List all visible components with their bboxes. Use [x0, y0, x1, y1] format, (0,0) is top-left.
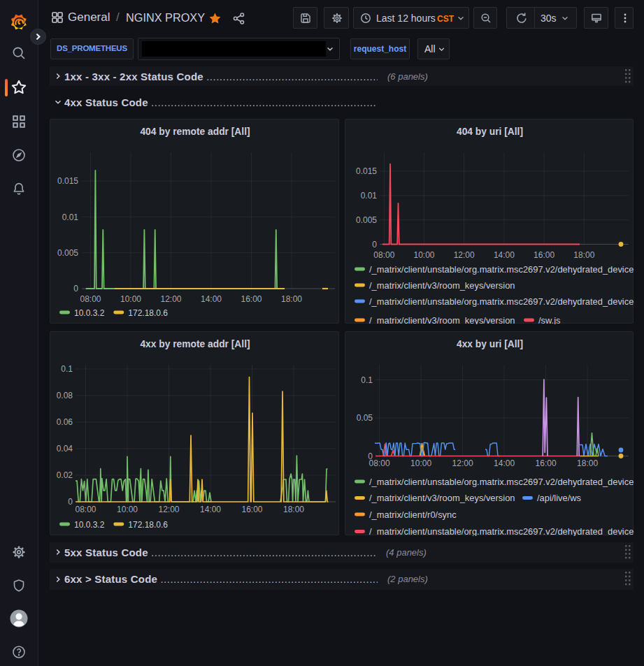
- svg-text:/_matrix/client/unstable/org.m: /_matrix/client/unstable/org.matrix.msc2…: [369, 264, 634, 275]
- svg-text:12:00: 12:00: [158, 505, 179, 514]
- svg-text:0: 0: [68, 497, 73, 507]
- svg-text:0.1: 0.1: [361, 375, 373, 385]
- svg-text:12:00: 12:00: [160, 294, 181, 304]
- svg-text:16:00: 16:00: [536, 458, 557, 468]
- svg-text:/_matrix/client/v3/room_keys/v: /_matrix/client/v3/room_keys/version: [369, 493, 515, 503]
- svg-text:12:00: 12:00: [454, 250, 475, 260]
- svg-text:/_matrix/client/unstable/org.m: /_matrix/client/unstable/org.matrix.msc2…: [369, 477, 634, 487]
- svg-text:14:00: 14:00: [201, 294, 222, 304]
- svg-text:10:00: 10:00: [117, 505, 138, 514]
- svg-text:08:00: 08:00: [75, 505, 96, 514]
- svg-text:404 by remote addr [All]: 404 by remote addr [All]: [140, 126, 250, 137]
- svg-text:/_matrix/client/v3/room_keys/v: /_matrix/client/v3/room_keys/version: [369, 315, 515, 324]
- svg-text:0.06: 0.06: [57, 417, 73, 427]
- svg-text:18:00: 18:00: [281, 294, 302, 304]
- svg-text:0.015: 0.015: [356, 166, 377, 176]
- svg-text:404 by uri [All]: 404 by uri [All]: [457, 126, 523, 137]
- svg-text:16:00: 16:00: [241, 294, 262, 304]
- svg-text:10.0.3.2: 10.0.3.2: [74, 520, 105, 530]
- svg-text:10:00: 10:00: [120, 294, 141, 304]
- svg-text:0.005: 0.005: [356, 215, 377, 225]
- svg-text:/_matrix/client/unstable/org.m: /_matrix/client/unstable/org.matrix.msc2…: [369, 296, 634, 307]
- svg-text:0.08: 0.08: [57, 391, 73, 400]
- svg-text:18:00: 18:00: [577, 458, 598, 468]
- svg-text:12:00: 12:00: [452, 458, 473, 468]
- svg-text:14:00: 14:00: [494, 250, 515, 260]
- svg-text:18:00: 18:00: [283, 505, 304, 514]
- svg-text:172.18.0.6: 172.18.0.6: [128, 520, 168, 530]
- svg-text:0: 0: [372, 240, 377, 249]
- svg-text:0.015: 0.015: [57, 176, 78, 186]
- svg-text:/sw.js: /sw.js: [538, 315, 561, 324]
- svg-text:0.05: 0.05: [357, 413, 373, 423]
- svg-text:4xx by uri [All]: 4xx by uri [All]: [457, 339, 523, 349]
- svg-text:10:00: 10:00: [410, 458, 431, 468]
- svg-text:08:00: 08:00: [369, 458, 390, 468]
- svg-text:0.1: 0.1: [61, 364, 73, 374]
- svg-text:10.0.3.2: 10.0.3.2: [74, 308, 105, 318]
- svg-text:4xx by remote addr [All]: 4xx by remote addr [All]: [140, 339, 250, 349]
- svg-text:0.01: 0.01: [361, 191, 378, 201]
- svg-text:14:00: 14:00: [200, 505, 221, 514]
- svg-text:08:00: 08:00: [373, 250, 394, 260]
- svg-text:172.18.0.6: 172.18.0.6: [128, 308, 168, 318]
- svg-text:16:00: 16:00: [534, 250, 554, 260]
- svg-text:0: 0: [73, 284, 78, 294]
- svg-text:14:00: 14:00: [494, 458, 515, 468]
- svg-text:/_matrix/client/unstable/org.m: /_matrix/client/unstable/org.matrix.msc2…: [369, 526, 634, 536]
- svg-text:0.04: 0.04: [57, 444, 73, 454]
- svg-text:0.01: 0.01: [62, 212, 79, 222]
- svg-text:0.02: 0.02: [57, 470, 73, 480]
- svg-text:/_matrix/client/v3/room_keys/v: /_matrix/client/v3/room_keys/version: [369, 280, 515, 291]
- svg-text:/api/live/ws: /api/live/ws: [537, 493, 581, 503]
- svg-text:/_matrix/client/r0/sync: /_matrix/client/r0/sync: [369, 509, 457, 520]
- svg-text:16:00: 16:00: [241, 505, 262, 514]
- svg-text:0.005: 0.005: [57, 248, 78, 258]
- svg-text:18:00: 18:00: [573, 250, 594, 260]
- svg-text:08:00: 08:00: [80, 294, 101, 304]
- svg-text:10:00: 10:00: [413, 250, 434, 260]
